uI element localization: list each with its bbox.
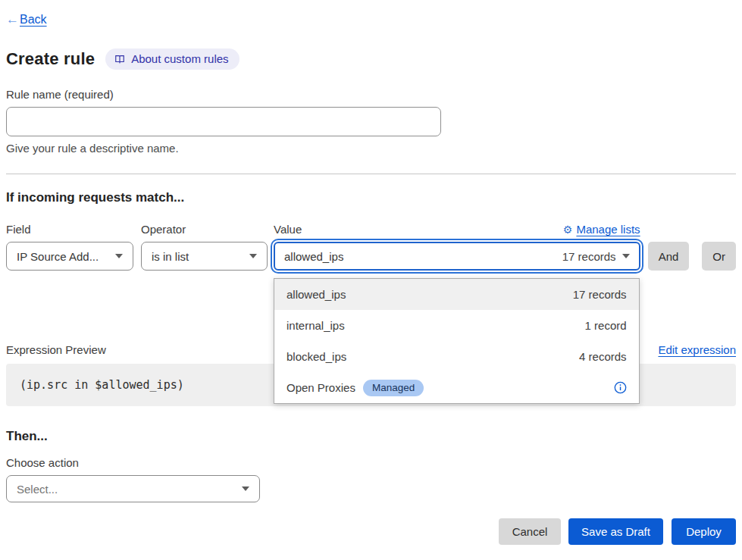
list-name: allowed_ips: [286, 288, 346, 301]
dropdown-item-blocked-ips[interactable]: blocked_ips 4 records: [274, 341, 639, 372]
back-link[interactable]: ←Back: [6, 12, 47, 27]
managed-badge: Managed: [363, 380, 424, 396]
value-select[interactable]: allowed_ips 17 records: [274, 242, 640, 271]
book-icon: [114, 54, 125, 64]
back-link-label: Back: [20, 13, 47, 27]
deploy-button[interactable]: Deploy: [672, 518, 736, 545]
rule-name-input[interactable]: [6, 107, 441, 136]
list-name: internal_ips: [286, 319, 345, 332]
back-arrow-icon: ←: [6, 12, 19, 27]
value-dropdown-panel: allowed_ips 17 records internal_ips 1 re…: [274, 278, 640, 404]
about-custom-rules-label: About custom rules: [131, 52, 228, 65]
about-custom-rules-link[interactable]: About custom rules: [105, 48, 239, 70]
manage-lists-link[interactable]: ⚙ Manage lists: [563, 223, 640, 236]
manage-lists-label: Manage lists: [576, 223, 640, 236]
list-record-count: 1 record: [585, 319, 627, 332]
action-select-placeholder: Select...: [17, 483, 58, 496]
list-record-count: 4 records: [579, 350, 627, 363]
chevron-down-icon: [249, 254, 257, 258]
page-title: Create rule: [6, 49, 95, 69]
dropdown-item-internal-ips[interactable]: internal_ips 1 record: [274, 310, 639, 341]
and-button[interactable]: And: [648, 242, 690, 271]
or-button[interactable]: Or: [702, 242, 736, 271]
section-divider: [6, 174, 736, 174]
value-label: Value: [274, 223, 302, 236]
condition-row: Field IP Source Add... Operator is in li…: [6, 223, 736, 271]
footer-actions: Cancel Save as Draft Deploy: [499, 518, 736, 545]
operator-select-value: is in list: [152, 250, 189, 263]
chevron-down-icon: [115, 254, 123, 258]
expression-code: (ip.src in $allowed_ips): [20, 378, 184, 392]
field-select-value: IP Source Add...: [17, 250, 99, 263]
list-name: blocked_ips: [286, 350, 346, 363]
value-select-name: allowed_ips: [284, 250, 343, 263]
rule-name-helper: Give your rule a descriptive name.: [6, 142, 736, 155]
list-name: Open Proxies: [286, 381, 355, 394]
list-record-count: 17 records: [573, 288, 627, 301]
then-section-heading: Then...: [6, 429, 736, 444]
dropdown-item-open-proxies[interactable]: Open Proxies Managed: [274, 372, 639, 403]
chevron-down-icon: [622, 254, 630, 258]
cancel-button[interactable]: Cancel: [499, 518, 561, 545]
expression-preview-label: Expression Preview: [6, 343, 106, 356]
operator-label: Operator: [141, 223, 268, 236]
info-icon[interactable]: [614, 381, 627, 394]
rule-name-label: Rule name (required): [6, 88, 736, 101]
edit-expression-link[interactable]: Edit expression: [658, 343, 736, 356]
operator-select[interactable]: is in list: [141, 242, 268, 271]
value-select-count: 17 records: [562, 250, 616, 263]
create-rule-page: ←Back Create rule About custom rules Rul…: [0, 0, 742, 502]
field-select[interactable]: IP Source Add...: [6, 242, 133, 271]
save-as-draft-button[interactable]: Save as Draft: [568, 518, 663, 545]
chevron-down-icon: [242, 486, 249, 491]
choose-action-label: Choose action: [6, 456, 736, 469]
action-select[interactable]: Select...: [6, 475, 260, 502]
field-label: Field: [6, 223, 133, 236]
gear-icon: ⚙: [563, 224, 573, 235]
match-section-heading: If incoming requests match...: [6, 190, 736, 205]
dropdown-item-allowed-ips[interactable]: allowed_ips 17 records: [274, 279, 639, 310]
